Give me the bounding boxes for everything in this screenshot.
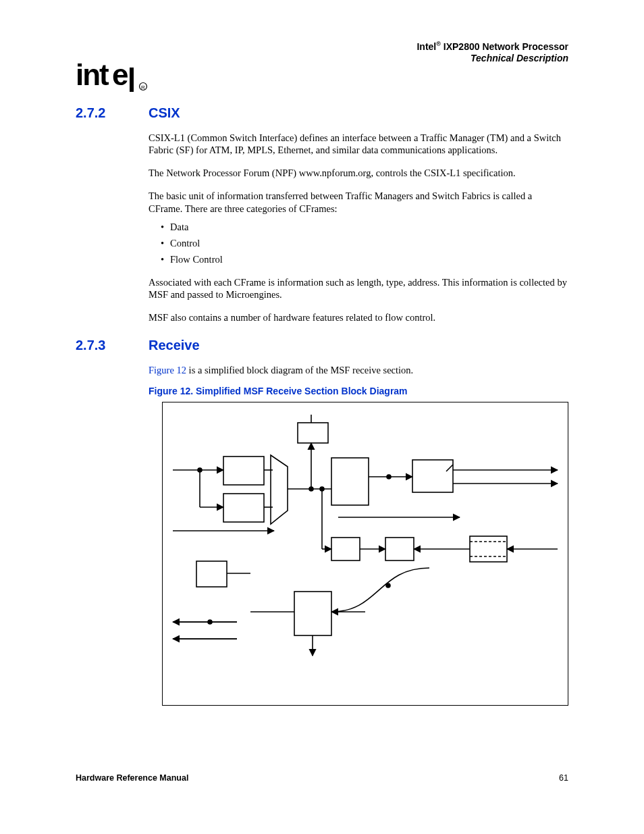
paragraph: The Network Processor Forum (NPF) www.np…: [149, 167, 568, 179]
header-subtitle: Technical Description: [417, 53, 568, 65]
page-number: 61: [559, 773, 568, 783]
figure-link[interactable]: Figure 12: [149, 365, 186, 375]
paragraph-text: is a simplified block diagram of the MSF…: [186, 365, 413, 375]
svg-rect-6: [223, 457, 264, 485]
footer-title: Hardware Reference Manual: [76, 773, 188, 783]
header-reg: ®: [436, 41, 441, 47]
svg-rect-15: [196, 561, 227, 587]
bullet-list: Data Control Flow Control: [161, 221, 568, 265]
header-product: IXP2800 Network Processor: [441, 41, 568, 52]
paragraph: CSIX-L1 (Common Switch Interface) define…: [149, 132, 568, 156]
svg-rect-10: [331, 538, 360, 561]
header-brand: Intel: [417, 41, 436, 52]
svg-rect-8: [331, 458, 369, 505]
svg-rect-11: [385, 538, 414, 561]
paragraph: The basic unit of information transferre…: [149, 190, 568, 214]
paragraph: Figure 12 is a simplified block diagram …: [149, 364, 568, 376]
svg-text:R: R: [141, 84, 145, 90]
page-header-right: Intel® IXP2800 Network Processor Technic…: [417, 41, 568, 65]
svg-rect-5: [298, 423, 328, 443]
section-number: 2.7.3: [76, 338, 149, 353]
list-item: Control: [161, 238, 568, 249]
section-number: 2.7.2: [76, 105, 149, 121]
section-title: Receive: [149, 338, 200, 353]
svg-point-40: [386, 583, 390, 588]
figure-diagram: [162, 402, 568, 706]
svg-rect-16: [294, 592, 331, 635]
list-item: Data: [161, 221, 568, 233]
svg-text:e: e: [112, 58, 128, 91]
svg-text:int: int: [76, 58, 109, 91]
section-title: CSIX: [149, 105, 180, 121]
svg-rect-2: [130, 68, 134, 92]
svg-rect-7: [223, 494, 264, 522]
paragraph: MSF also contains a number of hardware f…: [149, 311, 568, 323]
svg-point-31: [387, 475, 391, 479]
svg-rect-12: [470, 536, 507, 562]
intel-logo: int e R: [76, 58, 150, 96]
list-item: Flow Control: [161, 254, 568, 265]
figure-caption: Figure 12. Simplified MSF Receive Sectio…: [149, 386, 568, 396]
section-heading-receive: 2.7.3 Receive: [76, 338, 568, 353]
section-heading-csix: 2.7.2 CSIX: [76, 105, 568, 121]
paragraph: Associated with each CFrame is informati…: [149, 276, 568, 301]
page-footer: Hardware Reference Manual 61: [76, 773, 568, 783]
svg-rect-9: [412, 460, 453, 492]
